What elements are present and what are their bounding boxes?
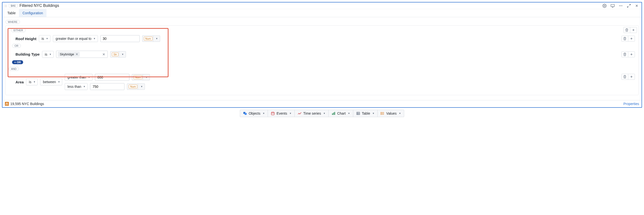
field-building-type: Building Type xyxy=(16,52,40,56)
close-icon[interactable] xyxy=(635,4,638,8)
upper-bound-input[interactable] xyxy=(90,83,124,90)
toolbar-time-series-button[interactable]: Time series▼ xyxy=(294,110,328,117)
and-clause-label: AND xyxy=(8,67,19,71)
objects-icon xyxy=(243,112,247,115)
type-select-building-type[interactable]: Str ▼ xyxy=(110,51,126,58)
svg-line-8 xyxy=(627,6,628,7)
between-bounds: greater than▼ Num ▼ less than▼ xyxy=(65,74,150,90)
condition-roof-height: Roof Height is▼ greater than or equal to… xyxy=(8,34,636,44)
clear-tags-icon[interactable]: ✕ xyxy=(102,52,106,56)
add-group-button[interactable] xyxy=(630,27,636,33)
roof-height-actions xyxy=(621,36,635,42)
svg-rect-23 xyxy=(271,112,274,115)
verb-select-building-type[interactable]: is▼ xyxy=(42,51,54,58)
field-area: Area xyxy=(16,80,24,84)
toolbar-group: Objects▼ Events▼ Time series▼ Chart▼ Tab… xyxy=(240,110,404,117)
gear-icon[interactable] xyxy=(602,4,606,8)
svg-rect-1 xyxy=(611,4,614,6)
svg-point-6 xyxy=(622,6,622,6)
where-clause-label: WHERE xyxy=(6,20,20,24)
operator-select-area[interactable]: between▼ xyxy=(40,78,62,85)
bottom-toolbar: Objects▼ Events▼ Time series▼ Chart▼ Tab… xyxy=(2,108,642,117)
time-series-icon xyxy=(298,112,302,115)
titlebar-actions xyxy=(602,4,640,8)
chip-skybridge: Skybridge ✕ xyxy=(58,52,80,57)
or-clause-label: OR xyxy=(12,44,21,48)
svg-point-39 xyxy=(381,114,382,115)
delete-group-button[interactable] xyxy=(624,27,630,33)
upper-bound-row: less than▼ Num ▼ xyxy=(65,83,150,90)
filter-config-area: WHERE EITHER Roof Height is▼ xyxy=(2,17,642,100)
svg-rect-29 xyxy=(334,112,335,115)
expand-icon[interactable] xyxy=(627,4,631,8)
lower-bound-input[interactable] xyxy=(95,74,130,81)
delete-condition-button[interactable] xyxy=(622,36,628,41)
svg-rect-27 xyxy=(332,114,333,115)
toolbar-values-button[interactable]: Values▼ xyxy=(377,110,404,117)
presentation-icon[interactable] xyxy=(610,4,615,8)
lower-bound-op-select[interactable]: greater than▼ xyxy=(65,74,92,81)
svg-point-37 xyxy=(381,112,382,113)
value-input-roof-height[interactable] xyxy=(100,35,140,42)
filter-panel: :::: $AE Filtered NYC Buildings Table Co… xyxy=(2,2,642,108)
svg-rect-30 xyxy=(357,112,360,115)
type-select-roof-height[interactable]: Num ▼ xyxy=(142,36,160,42)
delete-condition-button[interactable] xyxy=(622,52,628,57)
verb-select-roof-height[interactable]: is▼ xyxy=(39,35,50,42)
svg-point-0 xyxy=(604,5,605,6)
svg-point-5 xyxy=(620,6,621,6)
condition-area: Area is▼ between▼ greater than▼ xyxy=(8,72,636,92)
footer-bar: 19,595 NYC Buildings Properties xyxy=(2,100,642,107)
events-icon xyxy=(271,112,275,115)
toolbar-objects-button[interactable]: Objects▼ xyxy=(240,110,268,117)
upper-bound-type-select[interactable]: Num ▼ xyxy=(127,84,145,90)
add-condition-button[interactable] xyxy=(628,52,635,57)
building-type-actions xyxy=(621,52,635,57)
panel-title: Filtered NYC Buildings xyxy=(20,4,59,8)
chart-icon xyxy=(332,112,336,115)
properties-link[interactable]: Properties xyxy=(623,102,639,106)
svg-rect-22 xyxy=(245,113,247,115)
svg-point-38 xyxy=(381,113,382,114)
tab-bar: Table Configuration xyxy=(2,9,642,17)
area-actions xyxy=(621,74,635,80)
table-icon xyxy=(356,112,360,115)
values-icon xyxy=(380,112,384,115)
svg-rect-19 xyxy=(6,104,8,105)
either-clause-label: EITHER xyxy=(11,28,26,32)
add-or-button[interactable]: + OR xyxy=(12,60,23,64)
condition-building-type: Building Type is▼ Skybridge ✕ ✕ Str xyxy=(8,49,636,59)
where-group-actions xyxy=(623,27,637,33)
add-condition-button[interactable] xyxy=(628,36,635,41)
svg-line-7 xyxy=(629,4,630,6)
add-condition-button[interactable] xyxy=(628,74,635,80)
delete-condition-button[interactable] xyxy=(622,74,628,80)
object-type-icon xyxy=(5,102,9,106)
toolbar-table-button[interactable]: Table▼ xyxy=(353,110,377,117)
field-roof-height: Roof Height xyxy=(16,37,36,41)
lower-bound-row: greater than▼ Num ▼ xyxy=(65,74,150,81)
svg-rect-28 xyxy=(333,113,334,115)
svg-rect-20 xyxy=(6,103,8,104)
value-tag-input-building-type[interactable]: Skybridge ✕ ✕ xyxy=(56,51,108,58)
lower-bound-type-select[interactable]: Num ▼ xyxy=(132,74,150,80)
upper-bound-op-select[interactable]: less than▼ xyxy=(65,83,88,90)
operator-select-roof-height[interactable]: greater than or equal to▼ xyxy=(53,35,98,42)
chip-remove-icon[interactable]: ✕ xyxy=(76,52,78,56)
tab-table[interactable]: Table xyxy=(4,9,19,17)
verb-select-area[interactable]: is▼ xyxy=(26,78,38,85)
toolbar-events-button[interactable]: Events▼ xyxy=(268,110,294,117)
where-group: EITHER Roof Height is▼ greater than or e… xyxy=(6,25,638,95)
svg-point-4 xyxy=(619,6,620,6)
result-count-text: 19,595 NYC Buildings xyxy=(10,102,44,106)
toolbar-chart-button[interactable]: Chart▼ xyxy=(328,110,353,117)
more-icon[interactable] xyxy=(619,4,623,8)
drag-handle-icon[interactable]: :::: xyxy=(4,4,7,8)
titlebar: :::: $AE Filtered NYC Buildings xyxy=(2,2,642,9)
tab-configuration[interactable]: Configuration xyxy=(19,9,46,17)
alias-badge[interactable]: $AE xyxy=(9,4,18,8)
